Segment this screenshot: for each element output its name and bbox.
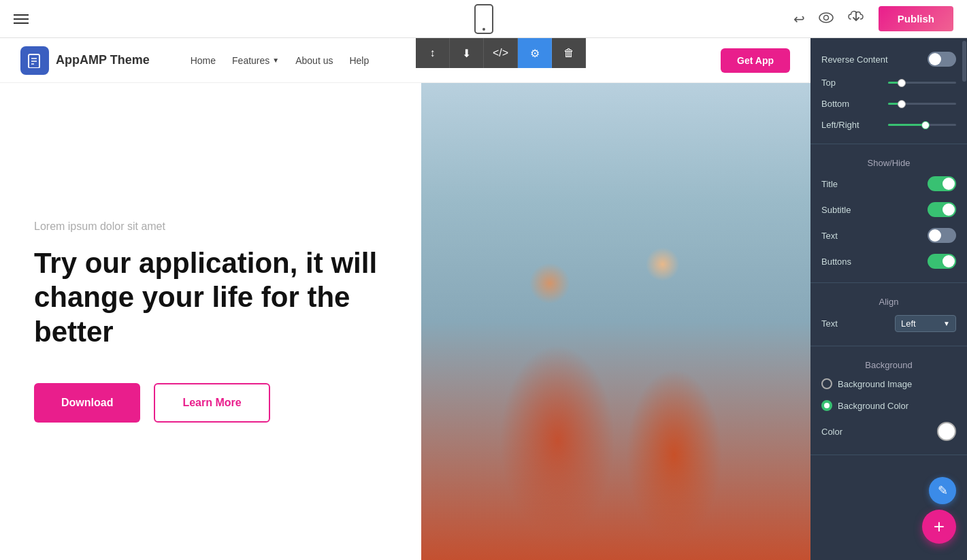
add-icon: +	[934, 516, 945, 538]
top-slider[interactable]	[888, 82, 956, 84]
hero-section: Lorem ipsum dolor sit amet Try our appli…	[0, 83, 810, 560]
nav-logo-text: AppAMP Theme	[56, 53, 150, 67]
top-row: Top	[821, 72, 956, 93]
buttons-row: Buttons	[821, 248, 956, 274]
reverse-content-toggle[interactable]	[928, 52, 956, 67]
features-chevron-icon: ▼	[272, 56, 279, 64]
bg-image-row: Background Image	[821, 373, 956, 395]
sort-action-button[interactable]: ↕	[416, 38, 450, 68]
color-row: Color	[821, 416, 956, 446]
reverse-content-row: Reverse Content	[821, 46, 956, 72]
nav-link-help[interactable]: Help	[349, 55, 369, 66]
download-button[interactable]: Download	[34, 383, 140, 423]
preview-nav: AppAMP Theme Home Features ▼ About us He…	[0, 38, 810, 83]
settings-action-button[interactable]: ⚙	[518, 38, 552, 68]
text-row: Text	[821, 223, 956, 248]
title-toggle[interactable]	[928, 176, 956, 191]
title-label: Title	[821, 179, 838, 189]
top-label: Top	[821, 78, 836, 88]
learn-more-button[interactable]: Learn More	[154, 383, 269, 423]
preview-area: AppAMP Theme Home Features ▼ About us He…	[0, 38, 810, 560]
hero-buttons: Download Learn More	[34, 383, 387, 423]
left-right-slider[interactable]	[888, 124, 956, 126]
bottom-slider[interactable]	[888, 103, 956, 105]
align-section: Align Text Left ▼	[810, 283, 967, 346]
code-icon: </>	[493, 47, 508, 59]
bg-image-radio[interactable]	[821, 378, 832, 389]
settings-icon: ⚙	[530, 47, 540, 60]
align-dropdown-value: Left	[901, 318, 916, 329]
menu-icon[interactable]	[14, 14, 29, 24]
bg-image-label: Background Image	[838, 379, 956, 389]
buttons-toggle[interactable]	[928, 254, 956, 269]
hero-left: Lorem ipsum dolor sit amet Try our appli…	[0, 83, 421, 560]
toolbar-center	[474, 4, 493, 34]
reverse-content-section: Reverse Content Top Bottom	[810, 38, 967, 144]
download-action-button[interactable]: ⬇	[450, 38, 484, 68]
align-title: Align	[821, 291, 956, 310]
toolbar-right: ↩ Publish	[793, 6, 953, 31]
subtitle-label: Subtitle	[821, 205, 851, 215]
bg-color-label: Background Color	[838, 401, 956, 411]
top-toolbar: ↩ Publish	[0, 0, 967, 38]
bg-color-radio[interactable]	[821, 400, 832, 411]
align-dropdown[interactable]: Left ▼	[895, 315, 956, 332]
show-hide-section: Show/Hide Title Subtitle Text	[810, 144, 967, 283]
logo-icon	[20, 46, 49, 75]
undo-icon[interactable]: ↩	[793, 11, 805, 27]
subtitle-row: Subtitle	[821, 197, 956, 223]
bottom-row: Bottom	[821, 93, 956, 114]
cloud-publish-icon[interactable]	[847, 10, 865, 28]
background-title: Background	[821, 355, 956, 373]
subtitle-toggle[interactable]	[928, 202, 956, 217]
delete-icon: 🗑	[563, 47, 574, 59]
svg-point-1	[823, 16, 828, 20]
preview-icon[interactable]	[819, 11, 834, 27]
panel-action-bar: ↕ ⬇ </> ⚙ 🗑	[416, 38, 586, 68]
text-toggle[interactable]	[928, 228, 956, 243]
align-text-label: Text	[821, 318, 838, 329]
bottom-label: Bottom	[821, 99, 849, 109]
code-action-button[interactable]: </>	[484, 38, 518, 68]
title-row: Title	[821, 171, 956, 197]
delete-action-button[interactable]: 🗑	[552, 38, 586, 68]
color-swatch[interactable]	[937, 422, 956, 441]
nav-logo: AppAMP Theme	[20, 46, 150, 75]
text-label: Text	[821, 231, 838, 241]
phone-preview-icon[interactable]	[474, 4, 493, 34]
publish-button[interactable]: Publish	[879, 6, 953, 31]
reverse-content-label: Reverse Content	[821, 54, 888, 65]
nav-link-home[interactable]: Home	[191, 55, 216, 66]
hero-subtitle: Lorem ipsum dolor sit amet	[34, 220, 387, 233]
download-icon: ⬇	[462, 47, 471, 60]
nav-link-features[interactable]: Features ▼	[232, 55, 279, 66]
add-fab-button[interactable]: +	[922, 510, 956, 544]
background-section: Background Background Image Background C…	[810, 346, 967, 455]
buttons-label: Buttons	[821, 257, 851, 267]
bg-color-row: Background Color	[821, 395, 956, 416]
paint-fab-button[interactable]: ✎	[929, 477, 956, 504]
left-right-row: Left/Right	[821, 114, 956, 135]
hero-title: Try our application, it will change your…	[34, 246, 387, 349]
hero-background-image	[421, 83, 810, 560]
paint-icon: ✎	[938, 483, 948, 498]
nav-link-about[interactable]: About us	[295, 55, 333, 66]
left-right-label: Left/Right	[821, 120, 859, 130]
show-hide-title: Show/Hide	[821, 152, 956, 171]
panel-scrollbar[interactable]	[962, 38, 967, 560]
svg-point-0	[819, 13, 833, 22]
color-label: Color	[821, 427, 842, 437]
main-area: AppAMP Theme Home Features ▼ About us He…	[0, 38, 967, 560]
align-dropdown-chevron: ▼	[943, 320, 950, 327]
hero-image	[421, 83, 810, 560]
nav-cta-button[interactable]: Get App	[721, 48, 790, 73]
sort-icon: ↕	[430, 47, 436, 59]
toolbar-left	[14, 14, 29, 24]
align-text-row: Text Left ▼	[821, 310, 956, 337]
